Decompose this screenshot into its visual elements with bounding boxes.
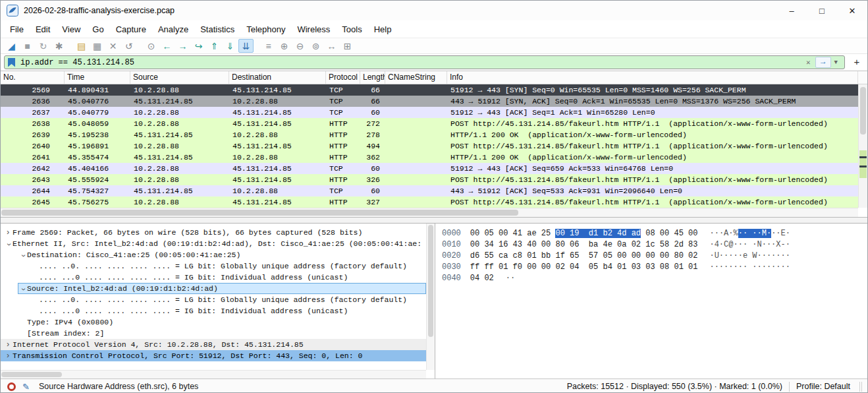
packet-row-2641[interactable]: 264145.35547445.131.214.8510.2.28.88HTTP…	[1, 152, 858, 163]
stop-capture-icon[interactable]: ■	[20, 39, 35, 53]
packet-row-2645[interactable]: 264545.75627510.2.28.8845.131.214.85HTTP…	[1, 196, 858, 208]
packet-row-2642[interactable]: 264245.40416610.2.28.8845.131.214.85TCP6…	[1, 163, 858, 174]
go-back-icon[interactable]: ←	[159, 39, 175, 53]
pane-splitter[interactable]	[1, 217, 867, 223]
expand-icon[interactable]: ›	[3, 227, 13, 238]
scrollbar-thumb[interactable]	[860, 87, 866, 135]
colorize-icon[interactable]: ≡	[261, 39, 276, 53]
menu-view[interactable]: View	[56, 22, 86, 37]
expand-icon[interactable]: ›	[3, 351, 13, 361]
hex-offset: 0000	[442, 229, 461, 238]
packet-list-vertical-scrollbar[interactable]	[858, 84, 867, 208]
packet-row-2643[interactable]: 264345.55592410.2.28.8845.131.214.85HTTP…	[1, 174, 858, 185]
menu-telephony[interactable]: Telephony	[240, 22, 291, 37]
collapse-icon[interactable]: ›	[3, 240, 14, 249]
detail-row[interactable]: .... ...0 .... .... .... .... = IG bit: …	[1, 272, 426, 283]
menu-analyze[interactable]: Analyze	[152, 22, 194, 37]
expand-icon[interactable]: ›	[3, 340, 13, 350]
restart-capture-icon[interactable]: ↻	[36, 39, 51, 53]
menu-help[interactable]: Help	[368, 22, 398, 37]
status-profile[interactable]: Profile: Default	[796, 382, 850, 391]
scrollbar-thumb[interactable]	[1, 372, 62, 377]
hex-line[interactable]: 001000 34 16 43 40 00 80 06 ba 4e 0a 02 …	[442, 239, 867, 251]
collapse-icon[interactable]: ›	[17, 285, 28, 294]
packet-row-2644[interactable]: 264445.75432745.131.214.8510.2.28.88TCP6…	[1, 185, 858, 196]
capture-comment-icon[interactable]: ✎	[22, 382, 30, 392]
go-forward-icon[interactable]: →	[175, 39, 190, 53]
column-header-no[interactable]: No.	[1, 71, 65, 84]
hex-line[interactable]: 0030ff ff 01 f0 00 00 02 04 05 b4 01 03 …	[442, 262, 867, 273]
details-horizontal-scrollbar[interactable]	[1, 370, 426, 378]
detail-row[interactable]: ›Destination: Cisco_41:ae:25 (00:05:00:4…	[1, 249, 426, 260]
save-file-icon[interactable]: ▦	[90, 39, 105, 53]
hex-bytes-group: 00 05 00 41 ae 25 00 19 d1 b2 4d ad 08 0…	[470, 229, 698, 238]
packet-row-2639[interactable]: 263945.19523845.131.214.8510.2.28.88HTTP…	[1, 129, 858, 140]
go-last-packet-icon[interactable]: ⇓	[223, 39, 238, 53]
minimize-button[interactable]: –	[776, 1, 807, 20]
packet-row-2636[interactable]: 263645.04077645.131.214.8510.2.28.88TCP6…	[1, 96, 858, 107]
go-to-packet-icon[interactable]: ↪	[191, 39, 206, 53]
maximize-button[interactable]: □	[807, 1, 837, 20]
filter-expression[interactable]: ip.addr == 45.131.214.85	[20, 58, 801, 67]
close-file-icon[interactable]: ✕	[105, 39, 121, 53]
collapse-icon[interactable]: ›	[17, 251, 28, 260]
detail-row[interactable]: ›Transmission Control Protocol, Src Port…	[1, 350, 426, 361]
menu-wireless[interactable]: Wireless	[291, 22, 336, 37]
auto-scroll-icon[interactable]: ⇊	[238, 39, 254, 53]
go-first-packet-icon[interactable]: ⇑	[207, 39, 222, 53]
resize-grip[interactable]	[859, 382, 862, 392]
close-button[interactable]: ✕	[837, 1, 867, 20]
menu-tools[interactable]: Tools	[336, 22, 367, 37]
detail-row[interactable]: .... ..0. .... .... .... .... = LG bit: …	[1, 260, 426, 272]
menu-go[interactable]: Go	[86, 22, 109, 37]
start-capture-icon[interactable]: ◢	[4, 39, 19, 53]
expert-info-icon[interactable]	[7, 382, 16, 391]
packet-row-2638[interactable]: 263845.04805910.2.28.8845.131.214.85HTTP…	[1, 118, 858, 129]
detail-text: Transmission Control Protocol, Src Port:…	[13, 351, 362, 360]
menu-statistics[interactable]: Statistics	[194, 22, 240, 37]
detail-row[interactable]: ›Frame 2569: Packet, 66 bytes on wire (5…	[1, 227, 426, 238]
detail-row[interactable]: Type: IPv4 (0x0800)	[1, 317, 426, 328]
hex-line[interactable]: 0020d6 55 ca c8 01 bb 1f 65 57 05 00 00 …	[442, 251, 867, 262]
menu-capture[interactable]: Capture	[110, 22, 152, 37]
capture-options-icon[interactable]: ✱	[51, 39, 67, 53]
filter-clear-icon[interactable]: ✕	[801, 58, 815, 67]
zoom-out-icon[interactable]: ⊖	[292, 39, 308, 53]
menu-file[interactable]: File	[4, 22, 30, 37]
packet-row-2569[interactable]: 256944.89043110.2.28.8845.131.214.85TCP6…	[1, 84, 858, 96]
filter-add-button[interactable]: +	[850, 55, 864, 69]
column-header-info[interactable]: Info	[447, 71, 858, 84]
column-header-source[interactable]: Source	[130, 71, 229, 84]
find-packet-icon[interactable]: ⊙	[144, 39, 159, 53]
menu-edit[interactable]: Edit	[30, 22, 56, 37]
detail-row[interactable]: [Stream index: 2]	[1, 328, 426, 339]
open-file-icon[interactable]: ▤	[74, 39, 89, 53]
display-columns-icon[interactable]: ⊞	[340, 39, 355, 53]
packet-row-2640[interactable]: 264045.19689110.2.28.8845.131.214.85HTTP…	[1, 140, 858, 152]
detail-row[interactable]: ›Ethernet II, Src: Intel_b2:4d:ad (00:19…	[1, 238, 426, 249]
resize-columns-icon[interactable]: ↔	[324, 39, 339, 53]
scrollbar-thumb[interactable]	[1, 210, 518, 216]
display-filter-input[interactable]: ip.addr == 45.131.214.85 ✕ → ▼	[4, 55, 845, 69]
detail-row[interactable]: ›Internet Protocol Version 4, Src: 10.2.…	[1, 339, 426, 350]
filter-dropdown-icon[interactable]: ▼	[831, 59, 841, 66]
zoom-in-icon[interactable]: ⊕	[277, 39, 292, 53]
packet-row-2637[interactable]: 263745.04077910.2.28.8845.131.214.85TCP6…	[1, 107, 858, 118]
hex-line[interactable]: 004004 02··	[442, 273, 867, 284]
filter-bookmark-icon[interactable]	[8, 58, 15, 67]
zoom-original-icon[interactable]: ⊚	[308, 39, 323, 53]
column-header-time[interactable]: Time	[65, 71, 130, 84]
hex-line[interactable]: 000000 05 00 41 ae 25 00 19 d1 b2 4d ad …	[442, 228, 867, 239]
packet-list-horizontal-scrollbar[interactable]	[1, 208, 858, 217]
filter-apply-icon[interactable]: →	[815, 57, 831, 68]
details-vertical-scrollbar[interactable]	[426, 224, 435, 370]
column-header-destination[interactable]: Destination	[229, 71, 326, 84]
detail-row[interactable]: .... ...0 .... .... .... .... = IG bit: …	[1, 305, 426, 317]
column-header-protocol[interactable]: Protocol	[326, 71, 360, 84]
column-header-cname[interactable]: CNameString	[385, 71, 447, 84]
column-header-length[interactable]: Length	[360, 71, 385, 84]
reload-file-icon[interactable]: ↺	[121, 39, 136, 53]
detail-row[interactable]: ›Source: Intel_b2:4d:ad (00:19:d1:b2:4d:…	[1, 283, 426, 294]
detail-row[interactable]: .... ..0. .... .... .... .... = LG bit: …	[1, 294, 426, 305]
scrollbar-thumb[interactable]	[428, 225, 433, 337]
